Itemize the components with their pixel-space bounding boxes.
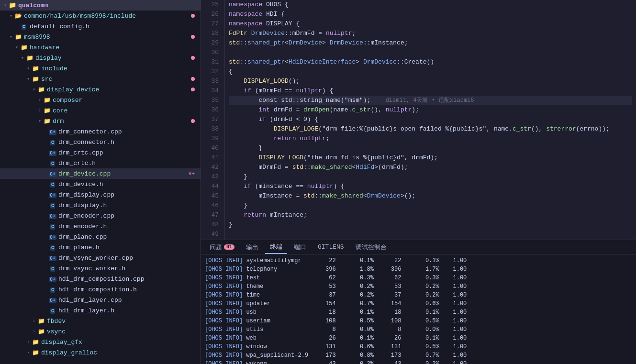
line-numbers: 2526272829303132333435363738394041424344… [201, 0, 225, 240]
panel-tab-终端[interactable]: 终端 [265, 241, 287, 254]
panel-tab-输出[interactable]: 输出 [241, 241, 263, 254]
sidebar-item-drm_plane_cpp[interactable]: C+drm_plane.cpp [0, 232, 201, 242]
code-line: DISPLAY_LOGD("the drm fd is %{public}d",… [229, 153, 632, 163]
tree-item-label: common/hal/usb/msm8998/include [24, 12, 191, 20]
tree-item-label: drm_encoder.cpp [58, 212, 199, 220]
tree-item-label: drm_crtc.cpp [58, 149, 199, 156]
tree-item-label: drm [53, 118, 191, 125]
sidebar-item-vsync[interactable]: ›📁vsync [0, 326, 201, 337]
tree-item-label: drm_connector.cpp [58, 128, 199, 135]
sidebar-item-default_config[interactable]: Cdefault_config.h [0, 21, 201, 32]
panel-tab-label: 调试控制台 [356, 243, 387, 252]
sidebar-item-drm_connector_h[interactable]: Cdrm_connector.h [0, 137, 201, 147]
tree-arrow-icon: › [25, 350, 32, 355]
sidebar-item-msm8998[interactable]: ▾📁msm8998 [0, 32, 201, 42]
sidebar-item-display_gralloc[interactable]: ›📁display_gralloc [0, 347, 201, 358]
sidebar-item-drm_encoder_h[interactable]: Cdrm_encoder.h [0, 221, 201, 232]
panel-tab-badge: 81 [224, 244, 234, 250]
tree-item-label: drm_plane.h [58, 244, 199, 251]
code-line [229, 48, 632, 57]
panel-tab-label: 问题 [210, 243, 222, 252]
sidebar-item-drm_device_h[interactable]: Cdrm_device.h [0, 179, 201, 189]
sidebar-item-drm_crtc_cpp[interactable]: C+drm_crtc.cpp [0, 147, 201, 158]
code-line: } [229, 201, 632, 210]
code-line: } [229, 172, 632, 182]
code-line: if (mDrmFd == nullptr) { [229, 86, 632, 96]
code-line: int drmFd = drmOpen(name.c_str(), nullpt… [229, 105, 632, 115]
tree-item-label: msm8998 [24, 33, 191, 41]
terminal-line: [OHOS INFO] wukong 43 0.2% 43 0.2% 1.00 [205, 360, 632, 364]
tree-item-label: src [41, 76, 191, 83]
panel-tab-label: 端口 [294, 243, 306, 252]
file-type-icon: 📁 [37, 86, 45, 93]
sidebar-item-hardware[interactable]: ▾📁hardware [0, 42, 201, 53]
sidebar-item-hdi_drm_composition_h[interactable]: Chdi_drm_composition.h [0, 284, 201, 295]
tree-item-label: drm_display.cpp [58, 191, 199, 199]
code-line: mInstance = std::make_shared<DrmDevice>(… [229, 191, 632, 201]
tree-item-label: drm_device.cpp [58, 170, 189, 177]
sidebar-item-drm_display_cpp[interactable]: C+drm_display.cpp [0, 189, 201, 200]
line-number: 33 [205, 77, 219, 86]
sidebar-item-drm_device_cpp[interactable]: C+drm_device.cpp9+ [0, 168, 201, 179]
tree-item-label: drm_display.h [58, 202, 199, 209]
sidebar-item-drm[interactable]: ▾📁drm [0, 116, 201, 126]
sidebar-item-drm_encoder_cpp[interactable]: C+drm_encoder.cpp [0, 210, 201, 221]
sidebar-item-drm_display_h[interactable]: Cdrm_display.h [0, 200, 201, 210]
sidebar-item-drm_crtc_h[interactable]: Cdrm_crtc.h [0, 158, 201, 168]
sidebar-item-drm_vsync_worker_cpp[interactable]: C+drm_vsync_worker.cpp [0, 253, 201, 263]
sidebar-item-qualcomm[interactable]: ▾📁qualcomm [0, 0, 201, 11]
terminal-line: [OHOS INFO] window 131 0.6% 131 0.5% 1.0… [205, 342, 632, 351]
file-type-icon: C [49, 181, 56, 188]
line-number: 35 [205, 96, 219, 105]
code-area[interactable]: 2526272829303132333435363738394041424344… [201, 0, 636, 240]
panel-tab-调试控制台[interactable]: 调试控制台 [351, 241, 391, 254]
tree-arrow-icon: ▾ [31, 87, 37, 92]
line-number: 32 [205, 67, 219, 77]
line-number: 47 [205, 210, 219, 220]
sidebar-item-common-hal[interactable]: ▾📂common/hal/usb/msm8998/include [0, 11, 201, 21]
line-number: 39 [205, 134, 219, 143]
terminal-content[interactable]: [OHOS INFO] systemabilitymgr 22 0.1% 22 … [201, 254, 636, 364]
line-number: 48 [205, 220, 219, 230]
sidebar-item-drm_connector_cpp[interactable]: C+drm_connector.cpp [0, 126, 201, 137]
sidebar-item-drm_plane_h[interactable]: Cdrm_plane.h [0, 242, 201, 253]
sidebar-item-hdi_drm_layer_cpp[interactable]: C+hdi_drm_layer.cpp [0, 295, 201, 305]
terminal-line: [OHOS INFO] test 62 0.3% 62 0.3% 1.00 [205, 274, 632, 282]
sidebar-item-fbdev[interactable]: ›📁fbdev [0, 316, 201, 326]
line-number: 28 [205, 29, 219, 38]
sidebar-item-display[interactable]: ▾📁display [0, 53, 201, 63]
tree-item-label: display_gfx [41, 339, 199, 346]
sidebar-item-composer[interactable]: ›📁composer [0, 95, 201, 105]
terminal-line: [OHOS INFO] wpa_supplicant-2.9 173 0.8% … [205, 351, 632, 360]
change-dot-badge [191, 14, 195, 18]
sidebar-item-display_gfx[interactable]: ›📁display_gfx [0, 337, 201, 347]
panel-tab-端口[interactable]: 端口 [289, 241, 311, 254]
tree-arrow-icon: › [25, 340, 32, 345]
file-type-icon: C [49, 202, 56, 209]
sidebar-item-src[interactable]: ▾📁src [0, 74, 201, 84]
change-dot-badge [191, 88, 195, 91]
panel-tab-gitlens[interactable]: GITLENS [313, 241, 349, 254]
panel-tab-问题[interactable]: 问题81 [205, 241, 239, 254]
code-line: return nullptr; [229, 134, 632, 143]
code-line: const std::string name("msm"); diemit, 4… [229, 96, 632, 105]
sidebar-item-hdi_drm_layer_h[interactable]: Chdi_drm_layer.h [0, 305, 201, 316]
bottom-panel: 问题81输出终端端口GITLENS调试控制台 [OHOS INFO] syste… [201, 240, 636, 364]
sidebar-item-core[interactable]: ›📁core [0, 105, 201, 116]
file-type-icon: 📁 [32, 76, 39, 83]
file-type-icon: C+ [49, 233, 56, 241]
file-type-icon: C+ [49, 149, 56, 156]
file-type-icon: C [49, 265, 56, 272]
tree-arrow-icon: ▾ [19, 55, 26, 61]
sidebar-item-include-node[interactable]: ▾📁include [0, 63, 201, 74]
tree-arrow-icon: ▾ [25, 66, 32, 71]
sidebar-item-drm_vsync_worker_h[interactable]: Cdrm_vsync_worker.h [0, 263, 201, 274]
sidebar-item-hdi_drm_composition_cpp[interactable]: C+hdi_drm_composition.cpp [0, 274, 201, 284]
panel-tab-label: 终端 [270, 243, 282, 251]
tree-arrow-icon: › [31, 319, 37, 324]
tree-arrow-icon: ▾ [2, 2, 9, 8]
code-content: namespace OHOS {namespace HDI {namespace… [225, 0, 636, 240]
sidebar-item-display_device[interactable]: ▾📁display_device [0, 84, 201, 95]
tree-item-label: composer [53, 97, 199, 104]
change-dot-badge [191, 77, 195, 81]
